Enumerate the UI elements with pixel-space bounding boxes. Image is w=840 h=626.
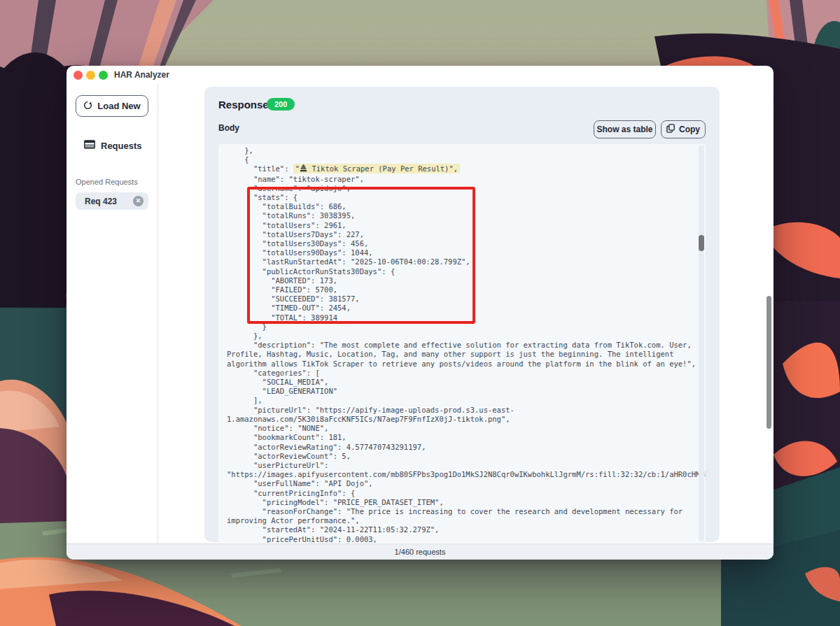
window-titlebar: HAR Analyzer — [66, 66, 774, 84]
show-as-table-label: Show as table — [596, 125, 652, 134]
copy-button[interactable]: Copy — [661, 120, 706, 138]
code-scrollbar-thumb[interactable] — [699, 235, 704, 251]
close-request-icon[interactable]: ✕ — [133, 196, 144, 206]
window-scrollbar-thumb[interactable] — [766, 296, 771, 429]
minimize-window-button[interactable] — [86, 71, 95, 80]
table-icon — [84, 139, 95, 152]
show-as-table-button[interactable]: Show as table — [594, 120, 656, 138]
json-code-block-top: }, { — [227, 146, 697, 164]
load-new-label: Load New — [97, 101, 140, 111]
copy-icon — [666, 124, 675, 135]
requests-label: Requests — [101, 141, 142, 151]
opened-request-label: Req 423 — [85, 197, 117, 206]
window-title: HAR Analyzer — [114, 70, 169, 80]
search-highlight: " Tiktok Scraper (Pay Per Result)", — [293, 164, 460, 173]
response-heading: Response — [218, 99, 269, 111]
sidebar-item-requests[interactable]: Requests — [84, 139, 142, 152]
close-window-button[interactable] — [74, 71, 83, 80]
annotation-red-rectangle — [247, 187, 475, 324]
body-section-label: Body — [218, 123, 239, 133]
json-title-line: "title": " Tiktok Scraper (Pay Per Resul… — [227, 164, 697, 174]
tiktok-actor-emoji-icon — [300, 164, 307, 174]
status-badge: 200 — [267, 98, 295, 111]
statusbar: 1/460 requests — [66, 543, 774, 560]
opened-requests-heading: Opened Requests — [76, 178, 138, 186]
sidebar: Load New Requests Opened Requests Req 42… — [66, 84, 158, 543]
code-scrollbar-track[interactable] — [699, 145, 704, 541]
refresh-icon — [83, 100, 92, 113]
zoom-window-button[interactable] — [99, 71, 108, 80]
opened-request-item[interactable]: Req 423 ✕ — [76, 192, 148, 210]
copy-label: Copy — [679, 125, 700, 134]
requests-count: 1/460 requests — [395, 548, 446, 556]
load-new-button[interactable]: Load New — [76, 95, 148, 117]
